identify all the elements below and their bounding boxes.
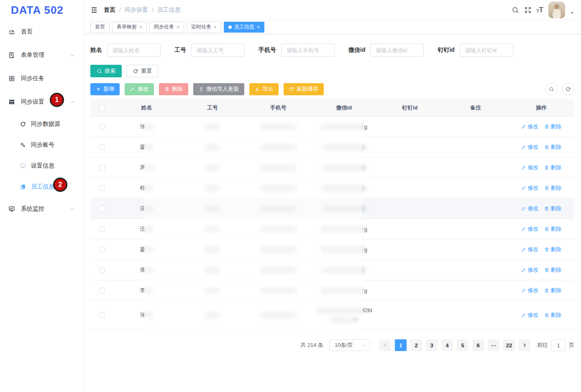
page-button-22[interactable]: 22 xyxy=(503,339,515,351)
page-size-select[interactable]: 10条/页 xyxy=(329,339,370,351)
pencil-icon xyxy=(521,288,526,293)
page-button-4[interactable]: 4 xyxy=(441,339,453,351)
toggle-search-button[interactable] xyxy=(545,83,558,95)
breadcrumb-item[interactable]: 首页 xyxy=(104,6,115,14)
edit-link[interactable]: 修改 xyxy=(521,266,538,274)
edit-link[interactable]: 修改 xyxy=(521,184,538,192)
edit-link[interactable]: 修改 xyxy=(521,287,538,294)
tab-label: 员工信息 xyxy=(234,23,254,31)
row-checkbox[interactable] xyxy=(99,247,105,252)
more-pages-button[interactable]: ··· xyxy=(488,339,499,351)
wechat-id-input[interactable] xyxy=(370,43,424,57)
delete-link[interactable]: 删除 xyxy=(544,311,561,319)
tab-sync-task[interactable]: 同步任务× xyxy=(149,22,184,33)
close-icon[interactable]: × xyxy=(177,24,179,30)
row-checkbox[interactable] xyxy=(99,226,105,232)
sidebar-item-form-management[interactable]: 表单管理 xyxy=(0,43,83,67)
sidebar-item-settings-info[interactable]: 设置信息 xyxy=(0,155,83,176)
page-button-6[interactable]: 6 xyxy=(472,339,484,351)
employee-table: 姓名工号手机号微信id钉钉id备注操作张g修改删除廖修改删除罗修改删除程修改删除… xyxy=(90,99,574,329)
edit-link[interactable]: 修改 xyxy=(521,225,538,233)
page-button-3[interactable]: 3 xyxy=(426,339,438,351)
sidebar-item-sync-account[interactable]: 同步账号 xyxy=(0,135,83,155)
tab-employee-info[interactable]: 员工信息× xyxy=(224,22,264,33)
close-icon[interactable]: × xyxy=(214,24,217,30)
delete-link[interactable]: 删除 xyxy=(544,225,561,233)
delete-link[interactable]: 删除 xyxy=(544,246,561,253)
sidebar-item-sync-datasource[interactable]: 同步数据源 xyxy=(0,114,83,135)
row-checkbox[interactable] xyxy=(99,312,105,318)
row-actions-cell: 修改删除 xyxy=(509,184,574,192)
caret-down-icon[interactable] xyxy=(570,11,574,15)
page-button-5[interactable]: 5 xyxy=(457,339,468,351)
phone-input[interactable] xyxy=(281,43,335,57)
tab-home[interactable]: 首页 xyxy=(90,22,110,33)
row-checkbox-cell xyxy=(90,267,114,273)
row-checkbox[interactable] xyxy=(99,185,105,191)
delete-link[interactable]: 删除 xyxy=(544,287,561,294)
app-logo[interactable]: DATA 502 xyxy=(0,0,83,20)
prev-page-button[interactable] xyxy=(379,339,391,351)
row-checkbox[interactable] xyxy=(99,165,105,171)
sidebar-item-sync-task[interactable]: 同步任务 xyxy=(0,67,83,90)
name-input[interactable] xyxy=(107,43,161,57)
edit-link[interactable]: 修改 xyxy=(521,311,538,319)
close-icon[interactable]: × xyxy=(139,24,142,30)
dingtalk-id-input[interactable] xyxy=(460,43,513,57)
next-page-button[interactable] xyxy=(519,339,530,351)
export-button[interactable]: 导出 xyxy=(249,83,279,95)
search-button[interactable]: 搜索 xyxy=(90,65,122,77)
avatar[interactable] xyxy=(548,2,565,18)
tab-timed-task[interactable]: 定时任务× xyxy=(187,22,221,33)
edit-link-label: 修改 xyxy=(527,287,538,294)
row-checkbox[interactable] xyxy=(99,288,105,293)
close-icon[interactable]: × xyxy=(257,24,260,30)
goto-page-input[interactable] xyxy=(551,339,566,351)
sidebar-item-home[interactable]: 首页 xyxy=(0,20,83,43)
delete-link[interactable]: 删除 xyxy=(544,266,561,274)
filter-phone: 手机号 xyxy=(259,43,335,57)
sidebar-item-system-monitor[interactable]: 系统监控 xyxy=(0,197,83,221)
monitor-icon xyxy=(20,163,26,169)
sidebar-item-sync-settings[interactable]: 同步设置 xyxy=(0,90,83,114)
edit-link[interactable]: 修改 xyxy=(521,205,538,212)
topbar: 首页/同步设置/员工信息 TT xyxy=(84,0,581,20)
search-icon[interactable] xyxy=(512,6,519,14)
delete-link[interactable]: 删除 xyxy=(544,143,561,151)
refresh-cache-button[interactable]: 刷新缓存 xyxy=(284,83,324,95)
edit-link[interactable]: 修改 xyxy=(521,164,538,171)
edit-link[interactable]: 修改 xyxy=(521,143,538,151)
edit-link[interactable]: 修改 xyxy=(521,246,538,253)
wechat-import-update-button[interactable]: 微信导入更新 xyxy=(193,83,244,95)
fullscreen-icon[interactable] xyxy=(524,6,532,14)
row-checkbox[interactable] xyxy=(99,206,105,211)
tab-form-mapping[interactable]: 表单映射× xyxy=(112,22,147,33)
reset-button[interactable]: 重置 xyxy=(127,65,158,77)
row-actions-cell: 修改删除 xyxy=(509,287,574,294)
worker-id-input[interactable] xyxy=(191,43,245,57)
row-checkbox[interactable] xyxy=(99,267,105,273)
refresh-icon xyxy=(133,69,138,74)
select-all-checkbox[interactable] xyxy=(99,105,105,111)
delete-link[interactable]: 删除 xyxy=(544,164,561,171)
refresh-table-button[interactable] xyxy=(562,83,574,95)
font-size-icon[interactable]: TT xyxy=(537,6,544,13)
page-button-1[interactable]: 1 xyxy=(395,339,407,351)
edit-link[interactable]: 修改 xyxy=(521,123,538,130)
worker-id-cell xyxy=(179,145,245,150)
delete-link[interactable]: 删除 xyxy=(544,205,561,212)
pencil-icon xyxy=(521,206,526,211)
row-checkbox[interactable] xyxy=(99,124,105,130)
delete-link[interactable]: 删除 xyxy=(544,123,561,130)
row-checkbox[interactable] xyxy=(99,144,105,150)
delete-button[interactable]: 删除 xyxy=(159,83,188,95)
filter-label-phone: 手机号 xyxy=(259,46,276,54)
copy-icon xyxy=(20,184,26,190)
page-button-2[interactable]: 2 xyxy=(410,339,422,351)
sidebar-collapse-icon[interactable] xyxy=(90,6,98,14)
delete-link[interactable]: 删除 xyxy=(544,184,561,192)
table-row: 廖修改删除 xyxy=(90,137,574,158)
sidebar-item-employee-info[interactable]: 员工信息 xyxy=(0,176,83,197)
add-button[interactable]: 新增 xyxy=(90,83,120,95)
edit-button[interactable]: 修改 xyxy=(125,83,154,95)
